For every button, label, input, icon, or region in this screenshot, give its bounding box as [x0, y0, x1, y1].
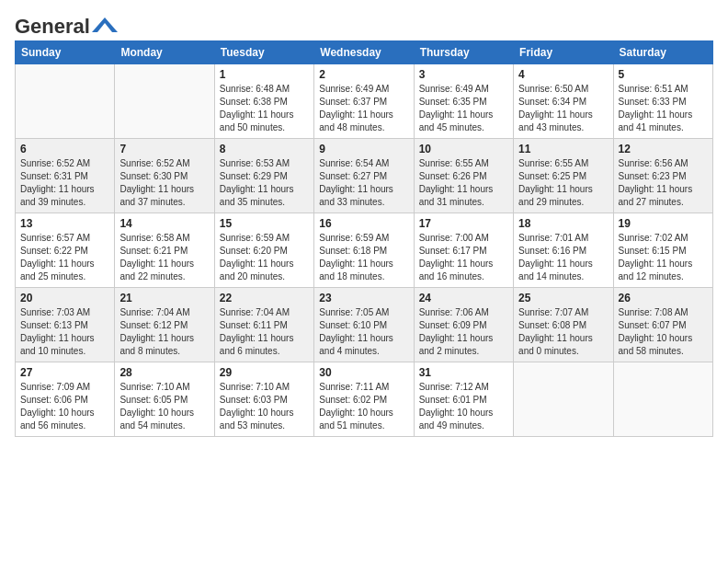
cell-line: Sunset: 6:33 PM: [619, 96, 708, 109]
cell-line: Daylight: 11 hours and 20 minutes.: [220, 258, 309, 283]
day-number: 17: [419, 217, 508, 230]
calendar-cell: 5Sunrise: 6:51 AMSunset: 6:33 PMDaylight…: [613, 64, 712, 139]
cell-info: Sunrise: 6:49 AMSunset: 6:35 PMDaylight:…: [419, 83, 508, 134]
cell-line: Sunrise: 6:49 AM: [319, 83, 408, 96]
cell-info: Sunrise: 6:49 AMSunset: 6:37 PMDaylight:…: [319, 83, 408, 134]
cell-line: Sunrise: 7:11 AM: [319, 381, 408, 394]
cell-line: Daylight: 11 hours and 43 minutes.: [518, 109, 608, 134]
weekday-header-tuesday: Tuesday: [214, 41, 313, 64]
cell-line: Sunrise: 6:59 AM: [319, 232, 408, 245]
cell-line: Sunrise: 7:04 AM: [220, 306, 309, 319]
cell-line: Daylight: 10 hours and 51 minutes.: [319, 407, 408, 432]
cell-info: Sunrise: 6:59 AMSunset: 6:20 PMDaylight:…: [220, 232, 309, 283]
cell-line: Sunrise: 6:55 AM: [518, 157, 608, 170]
day-number: 25: [518, 292, 608, 304]
day-number: 16: [319, 217, 408, 230]
week-row-5: 27Sunrise: 7:09 AMSunset: 6:06 PMDayligh…: [16, 362, 713, 437]
cell-line: Sunset: 6:08 PM: [518, 319, 608, 332]
calendar-cell: 28Sunrise: 7:10 AMSunset: 6:05 PMDayligh…: [115, 362, 214, 437]
cell-info: Sunrise: 6:58 AMSunset: 6:21 PMDaylight:…: [119, 232, 209, 283]
cell-line: Sunset: 6:07 PM: [619, 319, 708, 332]
cell-line: Sunrise: 6:56 AM: [619, 157, 708, 170]
calendar-cell: [514, 362, 613, 437]
cell-line: Sunrise: 6:50 AM: [518, 83, 608, 96]
cell-line: Sunset: 6:02 PM: [319, 394, 408, 407]
cell-line: Daylight: 11 hours and 6 minutes.: [220, 332, 309, 358]
cell-info: Sunrise: 7:01 AMSunset: 6:16 PMDaylight:…: [518, 232, 608, 283]
week-row-1: 1Sunrise: 6:48 AMSunset: 6:38 PMDaylight…: [16, 64, 713, 139]
day-number: 30: [319, 366, 408, 379]
day-number: 8: [220, 143, 309, 155]
cell-info: Sunrise: 6:57 AMSunset: 6:22 PMDaylight:…: [20, 232, 109, 283]
cell-line: Sunset: 6:03 PM: [220, 394, 309, 407]
weekday-header-row: SundayMondayTuesdayWednesdayThursdayFrid…: [16, 41, 713, 64]
cell-info: Sunrise: 6:48 AMSunset: 6:38 PMDaylight:…: [220, 83, 309, 134]
calendar-cell: [16, 64, 115, 139]
cell-line: Daylight: 11 hours and 22 minutes.: [119, 258, 209, 283]
day-number: 9: [319, 143, 408, 155]
week-row-4: 20Sunrise: 7:03 AMSunset: 6:13 PMDayligh…: [16, 288, 713, 362]
cell-line: Sunset: 6:38 PM: [220, 96, 309, 109]
cell-info: Sunrise: 7:06 AMSunset: 6:09 PMDaylight:…: [419, 306, 508, 358]
calendar-cell: 10Sunrise: 6:55 AMSunset: 6:26 PMDayligh…: [414, 139, 513, 213]
cell-line: Sunset: 6:22 PM: [20, 245, 109, 258]
day-number: 15: [220, 217, 309, 230]
cell-line: Sunrise: 7:04 AM: [119, 306, 209, 319]
day-number: 13: [20, 217, 109, 230]
cell-line: Sunset: 6:13 PM: [20, 319, 109, 332]
cell-info: Sunrise: 7:05 AMSunset: 6:10 PMDaylight:…: [319, 306, 408, 358]
cell-line: Daylight: 10 hours and 54 minutes.: [119, 407, 209, 432]
cell-line: Sunrise: 7:12 AM: [419, 381, 508, 394]
cell-info: Sunrise: 7:02 AMSunset: 6:15 PMDaylight:…: [619, 232, 708, 283]
day-number: 29: [220, 366, 309, 379]
weekday-header-saturday: Saturday: [613, 41, 712, 64]
cell-line: Sunrise: 6:48 AM: [220, 83, 309, 96]
cell-info: Sunrise: 7:04 AMSunset: 6:12 PMDaylight:…: [119, 306, 209, 358]
calendar-cell: 16Sunrise: 6:59 AMSunset: 6:18 PMDayligh…: [314, 213, 414, 288]
cell-line: Daylight: 10 hours and 56 minutes.: [20, 407, 109, 432]
cell-info: Sunrise: 7:10 AMSunset: 6:05 PMDaylight:…: [119, 381, 209, 432]
calendar-cell: 8Sunrise: 6:53 AMSunset: 6:29 PMDaylight…: [214, 139, 313, 213]
calendar-cell: 3Sunrise: 6:49 AMSunset: 6:35 PMDaylight…: [414, 64, 513, 139]
cell-line: Daylight: 10 hours and 58 minutes.: [619, 332, 708, 358]
cell-line: Daylight: 11 hours and 25 minutes.: [20, 258, 109, 283]
calendar-cell: 30Sunrise: 7:11 AMSunset: 6:02 PMDayligh…: [314, 362, 414, 437]
cell-line: Sunset: 6:21 PM: [119, 245, 209, 258]
day-number: 5: [619, 68, 708, 81]
day-number: 18: [518, 217, 608, 230]
day-number: 14: [119, 217, 209, 230]
logo-icon: [92, 16, 118, 34]
cell-line: Sunrise: 6:51 AM: [619, 83, 708, 96]
weekday-header-sunday: Sunday: [16, 41, 115, 64]
cell-line: Daylight: 11 hours and 14 minutes.: [518, 258, 608, 283]
cell-line: Sunset: 6:25 PM: [518, 170, 608, 183]
calendar-cell: 22Sunrise: 7:04 AMSunset: 6:11 PMDayligh…: [214, 288, 313, 362]
calendar-cell: 6Sunrise: 6:52 AMSunset: 6:31 PMDaylight…: [16, 139, 115, 213]
cell-line: Sunrise: 6:54 AM: [319, 157, 408, 170]
cell-line: Daylight: 11 hours and 27 minutes.: [619, 183, 708, 209]
day-number: 19: [619, 217, 708, 230]
calendar-cell: [613, 362, 712, 437]
calendar-cell: 29Sunrise: 7:10 AMSunset: 6:03 PMDayligh…: [214, 362, 313, 437]
cell-line: Sunrise: 6:57 AM: [20, 232, 109, 245]
calendar-cell: 14Sunrise: 6:58 AMSunset: 6:21 PMDayligh…: [115, 213, 214, 288]
cell-line: Daylight: 11 hours and 0 minutes.: [518, 332, 608, 358]
weekday-header-monday: Monday: [115, 41, 214, 64]
cell-line: Sunrise: 7:06 AM: [419, 306, 508, 319]
day-number: 21: [119, 292, 209, 304]
cell-info: Sunrise: 6:51 AMSunset: 6:33 PMDaylight:…: [619, 83, 708, 134]
cell-line: Sunset: 6:20 PM: [220, 245, 309, 258]
cell-line: Sunrise: 7:09 AM: [20, 381, 109, 394]
cell-line: Sunrise: 6:52 AM: [119, 157, 209, 170]
cell-info: Sunrise: 6:56 AMSunset: 6:23 PMDaylight:…: [619, 157, 708, 209]
calendar-cell: 26Sunrise: 7:08 AMSunset: 6:07 PMDayligh…: [613, 288, 712, 362]
cell-line: Sunrise: 6:52 AM: [20, 157, 109, 170]
cell-info: Sunrise: 7:12 AMSunset: 6:01 PMDaylight:…: [419, 381, 508, 432]
cell-line: Sunrise: 7:08 AM: [619, 306, 708, 319]
cell-line: Daylight: 11 hours and 16 minutes.: [419, 258, 508, 283]
cell-line: Sunrise: 7:01 AM: [518, 232, 608, 245]
cell-line: Sunset: 6:09 PM: [419, 319, 508, 332]
day-number: 23: [319, 292, 408, 304]
calendar-cell: 17Sunrise: 7:00 AMSunset: 6:17 PMDayligh…: [414, 213, 513, 288]
cell-line: Sunset: 6:27 PM: [319, 170, 408, 183]
